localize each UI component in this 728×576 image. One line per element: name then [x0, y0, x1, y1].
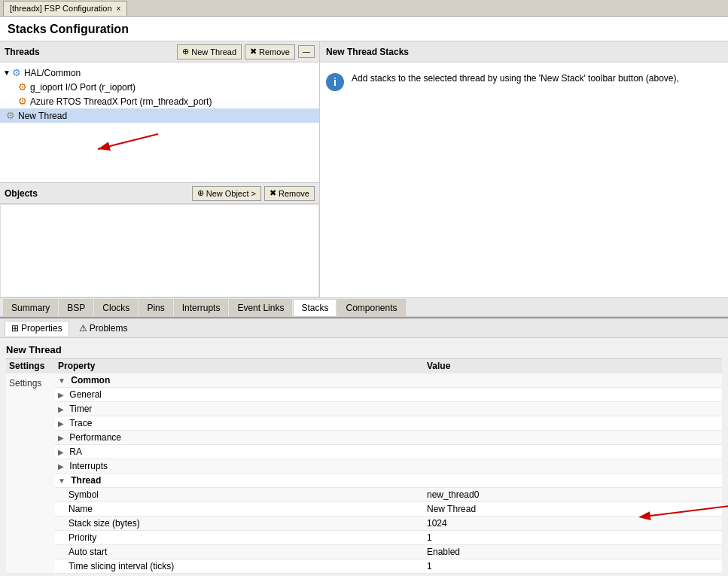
remove-object-icon: ✖	[270, 188, 276, 198]
table-row[interactable]: Priority 1	[6, 531, 722, 545]
info-icon: i	[326, 73, 344, 91]
remove-thread-icon: ✖	[250, 47, 257, 56]
tab-summary[interactable]: Summary	[3, 299, 58, 316]
table-row[interactable]: ▶ Interrupts	[6, 459, 722, 474]
new-thread-icon: ⊕	[182, 47, 189, 56]
tab-clocks[interactable]: Clocks	[94, 299, 138, 316]
value-cell[interactable]: 1	[424, 559, 722, 574]
table-row[interactable]: Time slicing interval (ticks) 1	[6, 559, 722, 574]
table-row[interactable]: ▶ General	[6, 388, 722, 402]
tree-item-g-ioport[interactable]: ⚙ g_ioport I/O Port (r_ioport)	[0, 80, 319, 94]
value-cell	[424, 416, 722, 431]
value-cell	[424, 459, 722, 474]
value-cell	[424, 388, 722, 402]
tree-item-new-thread[interactable]: ⚙ New Thread	[0, 108, 319, 123]
table-row[interactable]: Symbol new_thread0	[6, 488, 722, 502]
value-col-header: Value	[424, 359, 722, 373]
properties-table: Settings Property Value Settings ▼ Commo…	[6, 359, 722, 574]
property-col-header: Property	[55, 359, 424, 373]
performance-expand[interactable]: ▶	[58, 434, 64, 442]
settings-label-cell: Settings	[6, 373, 55, 574]
threads-section-header: Threads ⊕ New Thread ✖ Remove —	[0, 41, 319, 62]
threadx-port-label: Azure RTOS ThreadX Port (rm_threadx_port…	[30, 96, 212, 107]
table-row[interactable]: ▶ Trace	[6, 416, 722, 431]
g-ioport-label: g_ioport I/O Port (r_ioport)	[30, 82, 136, 93]
value-cell[interactable]: new_thread0	[424, 488, 722, 502]
objects-title: Objects	[5, 188, 38, 199]
threads-title: Threads	[5, 47, 40, 57]
problems-icon: ⚠	[79, 323, 87, 334]
table-row[interactable]: ▶ Timer	[6, 402, 722, 416]
arrow-annotation	[90, 126, 166, 159]
new-object-button[interactable]: ⊕ New Object >	[192, 186, 261, 201]
tree-item-threadx-port[interactable]: ⚙ Azure RTOS ThreadX Port (rm_threadx_po…	[0, 94, 319, 108]
property-cell: Priority	[55, 531, 424, 545]
value-cell	[424, 431, 722, 445]
property-cell: Auto start	[55, 545, 424, 559]
new-thread-tree-icon: ⚙	[6, 110, 15, 121]
table-row[interactable]: Stack size (bytes) 1024	[6, 517, 722, 531]
interrupts-expand[interactable]: ▶	[58, 462, 64, 471]
info-box: i Add stacks to the selected thread by u…	[320, 62, 728, 100]
remove-object-button[interactable]: ✖ Remove	[264, 186, 315, 201]
settings-col-header: Settings	[6, 359, 55, 373]
tree-item-hal-common[interactable]: ▼ ⚙ HAL/Common	[0, 66, 319, 80]
property-cell: Symbol	[55, 488, 424, 502]
general-expand[interactable]: ▶	[58, 391, 64, 399]
property-cell: ▶ RA	[55, 445, 424, 459]
properties-section-title: New Thread	[6, 341, 722, 359]
threads-tree: ▼ ⚙ HAL/Common ⚙ g_ioport I/O Port (r_io…	[0, 62, 319, 183]
properties-icon: ⊞	[11, 323, 19, 334]
table-row[interactable]: ▶ RA	[6, 445, 722, 459]
tab-interrupts[interactable]: Interrupts	[174, 299, 229, 316]
page-title: Stacks Configuration	[0, 17, 728, 41]
table-row[interactable]: Auto start Enabled	[6, 545, 722, 559]
trace-expand[interactable]: ▶	[58, 419, 64, 428]
thread-expand[interactable]: ▼	[58, 477, 65, 485]
info-text: Add stacks to the selected thread by usi…	[352, 72, 679, 85]
properties-area: New Thread Settings Property Value	[0, 338, 728, 575]
hal-common-label: HAL/Common	[24, 68, 81, 78]
tab-bsp[interactable]: BSP	[59, 299, 93, 316]
property-cell: Name	[55, 502, 424, 517]
ioport-icon: ⚙	[18, 81, 27, 93]
value-cell[interactable]: Enabled	[424, 545, 722, 559]
tab-close-button[interactable]: ×	[117, 5, 121, 13]
new-thread-stacks-header: New Thread Stacks	[320, 41, 728, 62]
tab-stacks[interactable]: Stacks	[293, 299, 337, 316]
fsp-config-tab[interactable]: [threadx] FSP Configuration ×	[3, 1, 127, 16]
remove-thread-button[interactable]: ✖ Remove	[245, 44, 295, 59]
value-cell[interactable]: New Thread	[424, 502, 722, 517]
value-cell	[424, 445, 722, 459]
common-expand[interactable]: ▼	[58, 376, 65, 385]
new-thread-button[interactable]: ⊕ New Thread	[177, 44, 242, 59]
table-row[interactable]: ▼ Thread	[6, 474, 722, 488]
table-row[interactable]: ▶ Performance	[6, 431, 722, 445]
property-cell: ▶ Timer	[55, 402, 424, 416]
hal-icon: ⚙	[12, 67, 21, 78]
tab-properties[interactable]: ⊞ Properties	[5, 321, 69, 336]
tab-pins[interactable]: Pins	[139, 299, 172, 316]
new-thread-label: New Thread	[18, 111, 67, 121]
property-cell: ▼ Common	[55, 373, 424, 388]
property-cell: ▶ Performance	[55, 431, 424, 445]
property-cell: ▶ General	[55, 388, 424, 402]
minimize-threads-button[interactable]: —	[298, 45, 315, 58]
objects-panel	[0, 204, 319, 297]
value-cell	[424, 373, 722, 388]
tabs-row: Summary BSP Clocks Pins Interrupts Event…	[0, 297, 728, 317]
ra-expand[interactable]: ▶	[58, 448, 64, 456]
hal-expand-arrow[interactable]: ▼	[3, 69, 11, 77]
tab-components[interactable]: Components	[337, 299, 405, 316]
value-cell[interactable]: 1024	[424, 517, 722, 531]
value-cell[interactable]: 1	[424, 531, 722, 545]
bottom-tabs-bar: ⊞ Properties ⚠ Problems	[0, 318, 728, 338]
table-row[interactable]: Settings ▼ Common	[6, 373, 722, 388]
property-cell: Stack size (bytes)	[55, 517, 424, 531]
svg-line-1	[98, 134, 158, 149]
table-row[interactable]: Name New Thread	[6, 502, 722, 517]
property-cell: ▶ Trace	[55, 416, 424, 431]
tab-problems[interactable]: ⚠ Problems	[72, 321, 135, 336]
tab-event-links[interactable]: Event Links	[229, 299, 292, 316]
timer-expand[interactable]: ▶	[58, 405, 64, 413]
